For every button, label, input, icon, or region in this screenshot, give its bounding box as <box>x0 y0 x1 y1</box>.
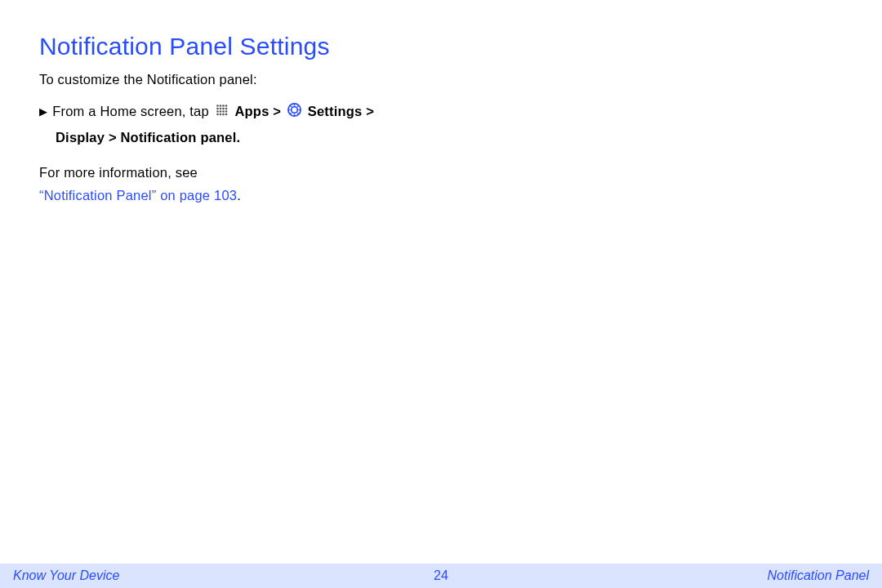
svg-point-17 <box>292 107 298 114</box>
step-bullet-icon: ▶ <box>39 102 47 122</box>
xref-link[interactable]: “Notification Panel” on page 103 <box>39 188 237 203</box>
document-page: Notification Panel Settings To customize… <box>0 0 882 588</box>
svg-point-1 <box>219 105 221 107</box>
svg-point-5 <box>219 108 221 110</box>
more-info: For more information, see “Notification … <box>39 161 843 207</box>
svg-point-0 <box>216 105 219 107</box>
svg-point-6 <box>222 108 225 110</box>
intro-text: To customize the Notification panel: <box>39 72 843 87</box>
gt1: > <box>270 104 285 118</box>
svg-line-22 <box>290 105 292 107</box>
svg-point-8 <box>216 110 219 113</box>
footer-right: Notification Panel <box>767 568 869 583</box>
svg-point-7 <box>225 108 227 110</box>
svg-point-2 <box>222 105 225 107</box>
step-prefix: From a Home screen, tap <box>52 104 212 118</box>
apps-grid-icon <box>216 100 229 125</box>
svg-line-25 <box>297 105 299 107</box>
footer-left: Know Your Device <box>13 568 119 583</box>
settings-gear-icon <box>287 100 301 125</box>
settings-label: Settings <box>308 104 363 118</box>
footer-page-number: 24 <box>434 568 448 583</box>
more-info-lead: For more information, see <box>39 165 198 180</box>
gt2: > <box>362 104 374 118</box>
page-footer: Know Your Device 24 Notification Panel <box>0 564 882 588</box>
page-heading: Notification Panel Settings <box>39 33 843 60</box>
svg-point-3 <box>225 105 227 107</box>
instruction-step: ▶From a Home screen, tap Apps > Settings… <box>39 99 843 151</box>
more-info-period: . <box>237 188 241 203</box>
svg-point-12 <box>216 114 219 116</box>
svg-point-13 <box>219 114 221 116</box>
svg-point-10 <box>222 110 225 113</box>
step-line2: Display > Notification panel. <box>56 125 843 150</box>
svg-point-9 <box>219 110 221 113</box>
svg-line-23 <box>297 113 299 114</box>
svg-line-24 <box>290 113 292 114</box>
svg-point-15 <box>225 114 227 116</box>
apps-label: Apps <box>234 104 269 118</box>
svg-point-14 <box>222 114 225 116</box>
svg-point-11 <box>225 110 227 113</box>
svg-point-4 <box>216 108 219 110</box>
